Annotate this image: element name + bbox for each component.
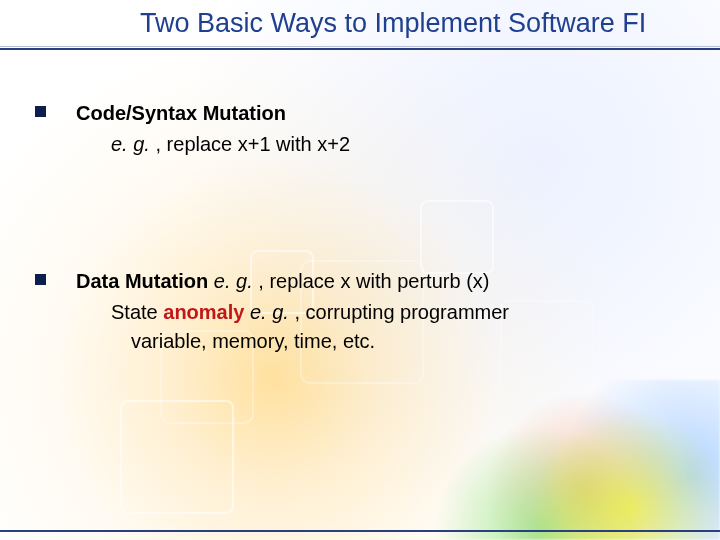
slide: Two Basic Ways to Implement Software FI … xyxy=(0,0,720,540)
eg-text: e. g. xyxy=(250,301,294,323)
bottom-separator xyxy=(0,530,720,532)
bg-accent xyxy=(420,380,720,540)
slide-body: Code/Syntax Mutation e. g. , replace x+1… xyxy=(35,100,690,365)
item-sub: e. g. , replace x+1 with x+2 xyxy=(111,131,690,158)
bullet-icon xyxy=(35,106,46,117)
eg-text: e. g. xyxy=(214,270,258,292)
item-body: Data Mutation e. g. , replace x with per… xyxy=(76,268,690,355)
item-heading: Code/Syntax Mutation xyxy=(76,102,286,124)
sub-rest: , replace x+1 with x+2 xyxy=(155,133,350,155)
list-item: Code/Syntax Mutation e. g. , replace x+1… xyxy=(35,100,690,158)
item-body: Code/Syntax Mutation e. g. , replace x+1… xyxy=(76,100,690,158)
eg-text: e. g. xyxy=(111,133,155,155)
title-separator xyxy=(0,46,720,50)
item-sub-line2: variable, memory, time, etc. xyxy=(131,328,690,355)
sub-lead: State xyxy=(111,301,163,323)
bullet-icon xyxy=(35,274,46,285)
anomaly-text: anomaly xyxy=(163,301,244,323)
list-item: Data Mutation e. g. , replace x with per… xyxy=(35,268,690,355)
sub-rest: , corrupting programmer xyxy=(294,301,509,323)
item-heading: Data Mutation xyxy=(76,270,214,292)
item-sub: State anomaly e. g. , corrupting program… xyxy=(111,299,690,326)
inline-rest: , replace x with perturb (x) xyxy=(258,270,489,292)
page-title: Two Basic Ways to Implement Software FI xyxy=(140,8,710,39)
bg-square xyxy=(120,400,234,514)
